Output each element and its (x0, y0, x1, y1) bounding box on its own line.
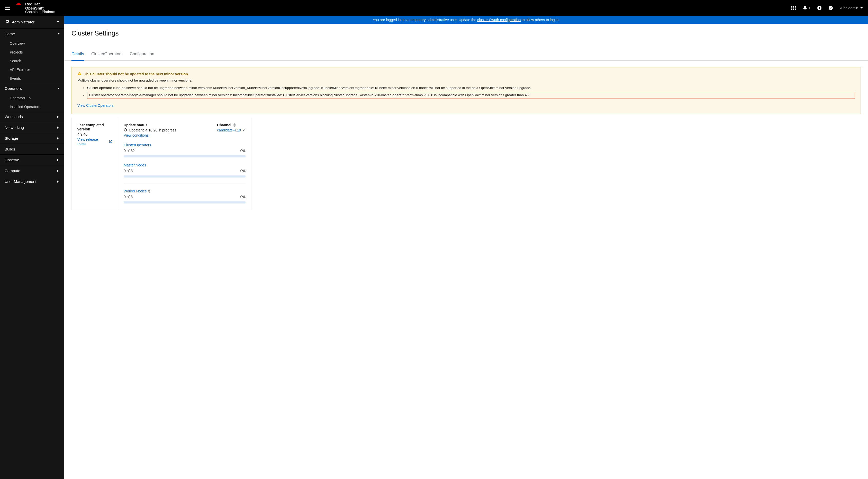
brand[interactable]: Red Hat OpenShift Container Platform (15, 2, 55, 14)
sidebar-item-label: Workloads (5, 115, 23, 119)
channel-value-link[interactable]: candidate-4.10 (217, 128, 246, 132)
chevron-down-icon (58, 33, 60, 34)
progress-worker-nodes: Worker Nodes ? 0 of 3 0% (124, 189, 246, 204)
progress-count: 0 of 32 (124, 149, 135, 153)
svg-rect-7 (792, 7, 793, 8)
sidebar-item-builds[interactable]: Builds (0, 144, 64, 154)
svg-rect-5 (793, 6, 794, 7)
cluster-details-card: Last completed version 4.9.40 View relea… (71, 118, 251, 210)
last-completed-value: 4.9.40 (78, 132, 112, 136)
sidebar-sub-operatorhub[interactable]: OperatorHub (0, 94, 64, 102)
chevron-right-icon (57, 138, 60, 140)
progress-count: 0 of 3 (124, 169, 133, 173)
progress-title-link[interactable]: Master Nodes (124, 163, 246, 167)
sidebar-item-networking[interactable]: Networking (0, 122, 64, 133)
svg-rect-2 (5, 9, 10, 9)
oauth-banner: You are logged in as a temporary adminis… (64, 16, 868, 24)
svg-text:?: ? (149, 190, 150, 192)
chevron-right-icon (57, 126, 60, 129)
svg-rect-8 (793, 7, 794, 8)
masthead: Red Hat OpenShift Container Platform 1 ?… (0, 0, 868, 16)
pencil-icon (243, 129, 246, 132)
sidebar-sub-overview[interactable]: Overview (0, 39, 64, 48)
warning-icon (78, 71, 82, 77)
sidebar-item-user-management[interactable]: User Management (0, 176, 64, 187)
progress-clusteroperators: ClusterOperators 0 of 32 0% (124, 143, 246, 157)
svg-rect-12 (795, 9, 796, 10)
user-name: kube:admin (840, 6, 858, 10)
help-icon[interactable]: ? (148, 189, 151, 193)
help-icon[interactable]: ? (828, 6, 833, 10)
user-menu[interactable]: kube:admin (840, 6, 863, 10)
sidebar-item-storage[interactable]: Storage (0, 133, 64, 144)
import-icon[interactable] (817, 6, 822, 10)
brand-line2: OpenShift (25, 6, 55, 10)
svg-text:?: ? (830, 6, 832, 10)
external-link-icon (109, 140, 112, 143)
perspective-label: Administrator (12, 20, 34, 24)
sidebar-sub-api-explorer[interactable]: API Explorer (0, 65, 64, 74)
channel-label-text: Channel (217, 123, 231, 127)
sidebar-item-label: Storage (5, 136, 18, 141)
hamburger-icon[interactable] (5, 6, 10, 10)
brand-line1: Red Hat (25, 2, 55, 6)
sidebar-item-workloads[interactable]: Workloads (0, 111, 64, 122)
svg-text:?: ? (234, 124, 235, 126)
perspective-switcher[interactable]: Administrator (0, 16, 64, 28)
sidebar-item-label: Observe (5, 158, 19, 162)
sidebar-sub-events[interactable]: Events (0, 74, 64, 83)
tab-details[interactable]: Details (71, 49, 84, 61)
notification-count: 1 (808, 6, 810, 10)
sidebar-item-label: User Management (5, 179, 36, 184)
sidebar-item-compute[interactable]: Compute (0, 165, 64, 176)
progress-title-link[interactable]: Worker Nodes (124, 189, 147, 193)
progress-pct: 0% (240, 195, 246, 199)
tab-clusteroperators[interactable]: ClusterOperators (91, 49, 123, 60)
chevron-right-icon (57, 181, 60, 183)
banner-post: to allow others to log in. (521, 18, 559, 22)
sidebar-item-label: Compute (5, 169, 20, 173)
masthead-left: Red Hat OpenShift Container Platform (5, 2, 55, 14)
update-status-col: Update status Update to 4.10.20 in progr… (118, 118, 251, 210)
content: You are logged in as a temporary adminis… (64, 16, 868, 479)
channel-label: Channel ? (217, 123, 246, 127)
chevron-right-icon (57, 148, 60, 150)
update-status-value: Update to 4.10.20 in progress (124, 128, 202, 132)
sidebar-item-observe[interactable]: Observe (0, 154, 64, 165)
svg-rect-0 (5, 6, 10, 6)
alert-bullet-highlighted: Cluster operator operator-lifecycle-mana… (87, 92, 855, 99)
sidebar-item-label: Builds (5, 147, 15, 151)
view-conditions-link[interactable]: View conditions (124, 133, 149, 138)
tab-configuration[interactable]: Configuration (130, 49, 154, 60)
svg-rect-10 (792, 9, 793, 10)
view-clusteroperators-link[interactable]: View ClusterOperators (78, 103, 114, 109)
sidebar-sub-search[interactable]: Search (0, 57, 64, 65)
chevron-right-icon (57, 170, 60, 172)
help-icon[interactable]: ? (233, 123, 236, 126)
svg-rect-6 (795, 6, 796, 7)
banner-link[interactable]: cluster OAuth configuration (477, 18, 521, 22)
upgrade-warning-alert: This cluster should not be updated to th… (71, 67, 861, 114)
release-notes-link[interactable]: View release notes (78, 138, 112, 146)
svg-rect-4 (792, 6, 793, 7)
caret-down-icon (860, 7, 863, 8)
redhat-logo-icon (15, 2, 23, 8)
sidebar-sub-installed-operators[interactable]: Installed Operators (0, 102, 64, 111)
notifications-button[interactable]: 1 (803, 6, 810, 10)
sidebar: Administrator Home Overview Projects Sea… (0, 16, 64, 479)
progress-bar (124, 155, 246, 157)
progress-bar (124, 202, 246, 204)
alert-bullet: Cluster operator kube-apiserver should n… (87, 85, 855, 91)
sidebar-item-home[interactable]: Home (0, 28, 64, 39)
banner-pre: You are logged in as a temporary adminis… (373, 18, 477, 22)
progress-title-link[interactable]: ClusterOperators (124, 143, 246, 147)
alert-body: Multiple cluster operators should not be… (78, 78, 855, 109)
brand-text: Red Hat OpenShift Container Platform (25, 2, 55, 14)
chevron-right-icon (57, 159, 60, 161)
last-completed-label: Last completed version (78, 123, 112, 131)
sidebar-item-label: Networking (5, 125, 24, 130)
sidebar-sub-projects[interactable]: Projects (0, 48, 64, 57)
svg-rect-11 (793, 9, 794, 10)
sidebar-item-operators[interactable]: Operators (0, 83, 64, 94)
apps-grid-icon[interactable] (792, 6, 796, 10)
